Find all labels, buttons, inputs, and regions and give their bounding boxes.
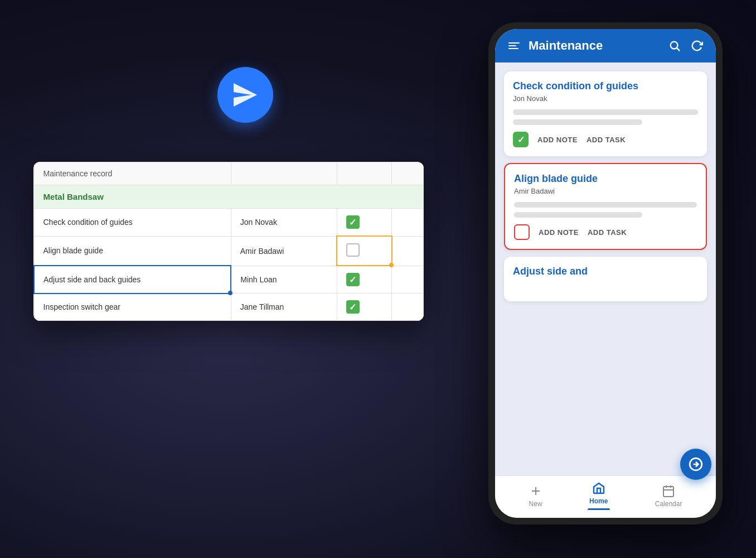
table-row[interactable]: Adjust side and back guides Minh Loan ✓ bbox=[34, 266, 424, 294]
checkmark-4: ✓ bbox=[349, 302, 356, 312]
add-note-button-2[interactable]: ADD NOTE bbox=[539, 228, 579, 237]
app-header: Maintenance bbox=[495, 29, 716, 62]
status-cell-1[interactable]: ✓ bbox=[337, 209, 391, 237]
add-task-button-1[interactable]: ADD TASK bbox=[587, 136, 626, 144]
spreadsheet-header-row: Maintenance record bbox=[34, 162, 424, 185]
task-cell-2: Align blade guide bbox=[34, 236, 231, 266]
extra-cell-4 bbox=[392, 294, 424, 321]
phone-screen: Maintenance Check condition of guides J bbox=[495, 29, 716, 518]
placeholder-line-2a bbox=[514, 202, 697, 208]
nav-home-label: Home bbox=[589, 497, 608, 505]
spreadsheet-table: Maintenance record Metal Bandsaw Check c… bbox=[33, 162, 424, 321]
table-row[interactable]: Check condition of guides Jon Novak ✓ bbox=[34, 209, 424, 237]
nav-calendar-label: Calendar bbox=[655, 500, 682, 508]
task-card-3-partial[interactable]: Adjust side and bbox=[504, 257, 707, 301]
placeholder-line-2b bbox=[514, 212, 642, 218]
add-note-button-1[interactable]: ADD NOTE bbox=[537, 136, 578, 144]
menu-icon[interactable] bbox=[506, 38, 522, 54]
person-cell-4: Jane Tillman bbox=[231, 294, 337, 321]
checkmark-1: ✓ bbox=[349, 217, 356, 228]
task-card-1[interactable]: Check condition of guides Jon Novak ✓ AD… bbox=[504, 71, 707, 156]
checkbox-empty-2[interactable] bbox=[346, 243, 360, 257]
app-content[interactable]: Check condition of guides Jon Novak ✓ AD… bbox=[495, 62, 716, 475]
task-checkmark-1: ✓ bbox=[517, 134, 525, 145]
extra-cell-1 bbox=[392, 209, 424, 237]
placeholder-line-1b bbox=[513, 119, 642, 125]
person-cell-3: Minh Loan bbox=[231, 266, 337, 294]
task-card-1-person: Jon Novak bbox=[513, 94, 698, 103]
table-row[interactable]: Align blade guide Amir Badawi bbox=[34, 236, 424, 266]
svg-line-2 bbox=[677, 48, 680, 51]
refresh-icon[interactable] bbox=[689, 38, 705, 54]
person-cell-1: Jon Novak bbox=[231, 209, 337, 237]
spreadsheet-header-cell-extra bbox=[392, 162, 424, 185]
app-title: Maintenance bbox=[529, 39, 660, 53]
person-cell-2: Amir Badawi bbox=[231, 236, 337, 266]
checkmark-3: ✓ bbox=[349, 275, 356, 285]
nav-item-home[interactable]: Home bbox=[588, 482, 610, 510]
nav-item-new[interactable]: New bbox=[529, 484, 542, 508]
table-row[interactable]: Inspection switch gear Jane Tillman ✓ bbox=[34, 294, 424, 321]
placeholder-line-1a bbox=[513, 109, 698, 115]
extra-cell-3 bbox=[392, 266, 424, 294]
svg-rect-7 bbox=[663, 487, 673, 497]
nav-new-label: New bbox=[529, 500, 542, 508]
selection-dot-blue bbox=[228, 291, 232, 295]
status-cell-4[interactable]: ✓ bbox=[337, 294, 391, 321]
app-bottom-nav: New Home Calendar bbox=[495, 475, 716, 518]
nav-item-calendar[interactable]: Calendar bbox=[655, 484, 682, 508]
checkbox-checked-1[interactable]: ✓ bbox=[346, 215, 360, 229]
task-checkbox-green-1[interactable]: ✓ bbox=[513, 132, 529, 147]
fab-button[interactable] bbox=[680, 449, 711, 480]
extra-cell-2 bbox=[392, 236, 424, 266]
add-task-button-2[interactable]: ADD TASK bbox=[588, 228, 627, 237]
task-card-1-title: Check condition of guides bbox=[513, 80, 698, 92]
svg-point-1 bbox=[671, 42, 678, 49]
nav-active-indicator bbox=[588, 508, 610, 510]
svg-marker-0 bbox=[234, 83, 257, 107]
selection-dot-yellow bbox=[389, 263, 394, 267]
spreadsheet-header-cell-status bbox=[337, 162, 391, 185]
task-card-3-title: Adjust side and bbox=[513, 266, 698, 277]
task-card-2-person: Amir Badawi bbox=[514, 187, 697, 195]
status-cell-3[interactable]: ✓ bbox=[337, 266, 391, 294]
task-checkbox-red-2[interactable] bbox=[514, 224, 530, 240]
search-icon[interactable] bbox=[667, 38, 682, 54]
task-cell-1: Check condition of guides bbox=[34, 209, 231, 237]
spreadsheet-panel: Maintenance record Metal Bandsaw Check c… bbox=[33, 162, 424, 321]
spreadsheet-section-label: Metal Bandsaw bbox=[34, 185, 424, 209]
task-card-1-actions: ✓ ADD NOTE ADD TASK bbox=[513, 132, 698, 147]
task-cell-3[interactable]: Adjust side and back guides bbox=[34, 266, 231, 294]
task-card-2[interactable]: Align blade guide Amir Badawi ADD NOTE A… bbox=[504, 163, 707, 250]
spreadsheet-section-row: Metal Bandsaw bbox=[34, 185, 424, 209]
status-cell-2[interactable] bbox=[337, 236, 391, 266]
phone-mockup: Maintenance Check condition of guides J bbox=[488, 22, 723, 525]
task-cell-4: Inspection switch gear bbox=[34, 294, 231, 321]
task-card-2-title: Align blade guide bbox=[514, 173, 697, 185]
task-card-2-actions: ADD NOTE ADD TASK bbox=[514, 224, 697, 240]
spreadsheet-header-cell-task: Maintenance record bbox=[34, 162, 231, 185]
spreadsheet-header-cell-person bbox=[231, 162, 337, 185]
paper-plane-logo bbox=[217, 67, 273, 123]
checkbox-checked-4[interactable]: ✓ bbox=[346, 300, 360, 314]
checkbox-checked-3[interactable]: ✓ bbox=[346, 273, 360, 286]
